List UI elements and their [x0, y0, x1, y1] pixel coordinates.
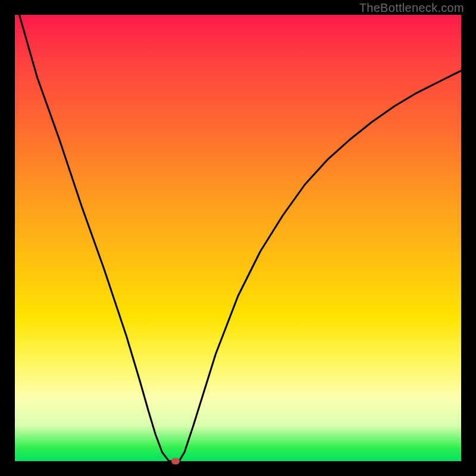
chart-frame [12, 12, 464, 464]
chart-marker [171, 458, 180, 465]
chart-curve [15, 15, 461, 461]
curve-path [20, 15, 462, 461]
chart-plot-area [15, 15, 461, 461]
